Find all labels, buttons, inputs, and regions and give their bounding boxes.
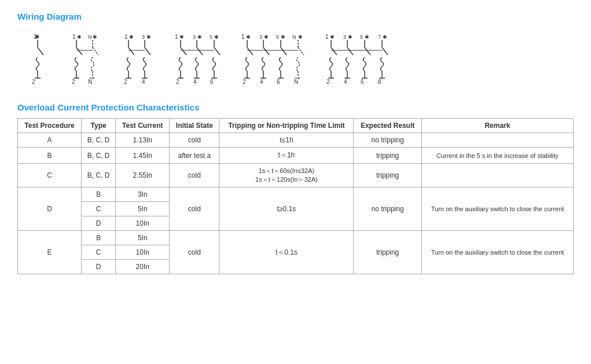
svg-text:N: N (88, 34, 92, 40)
cell-a-time: t≤1h (219, 133, 354, 148)
svg-text:1: 1 (175, 34, 178, 40)
cell-c-time: 1s＜t＜60s(In≤32A)1s＜t＜120s(In＞32A) (219, 164, 354, 187)
svg-text:✱: ✱ (179, 34, 184, 40)
svg-text:N: N (294, 79, 298, 85)
table-row-b: B B, C, D 1.45In after test a t＜1h tripp… (18, 148, 574, 164)
cell-d1-current: 3In (116, 187, 170, 202)
svg-text:N: N (292, 34, 296, 40)
svg-text:7: 7 (378, 34, 381, 40)
svg-text:2: 2 (72, 79, 75, 85)
cell-d-time: t≥0.1s (219, 187, 354, 231)
wiring-diagrams-container: 1 ✱ 2 1 ✱ N ✱ (17, 27, 574, 91)
svg-text:2: 2 (32, 79, 35, 85)
cell-b-time: t＜1h (219, 148, 354, 164)
svg-text:✱: ✱ (264, 34, 269, 40)
svg-text:4: 4 (142, 79, 145, 85)
diagram-1pn: 1 ✱ N ✱ 2 N (69, 33, 104, 85)
svg-text:3: 3 (343, 34, 346, 40)
cell-d2-current: 5In (116, 202, 170, 216)
svg-text:3: 3 (193, 34, 196, 40)
svg-text:✱: ✱ (383, 34, 387, 40)
svg-text:1: 1 (72, 34, 76, 40)
col-header-time: Tripping or Non-tripping Time Limit (219, 119, 354, 133)
svg-line-17 (93, 47, 98, 55)
col-header-initial: Initial State (170, 119, 219, 133)
cell-b-result: tripping (354, 148, 421, 164)
svg-line-27 (129, 47, 134, 55)
svg-text:6: 6 (361, 79, 364, 85)
svg-text:5: 5 (360, 34, 363, 40)
svg-line-32 (145, 47, 150, 55)
svg-text:✱: ✱ (146, 34, 151, 40)
svg-text:✱: ✱ (129, 34, 134, 40)
table-row-a: A B, C, D 1.13In cold t≤1h no tripping (18, 133, 574, 148)
svg-text:4: 4 (260, 79, 263, 85)
svg-text:✱: ✱ (214, 34, 219, 40)
col-header-procedure: Test Procedure (18, 119, 82, 133)
svg-text:✱: ✱ (77, 34, 82, 40)
svg-text:✱: ✱ (246, 34, 251, 40)
diagram-2p: 1 ✱ 3 ✱ 2 4 (122, 33, 156, 85)
cell-d3-current: 10In (116, 216, 170, 231)
characteristics-section: Overload Current Protection Characterist… (17, 102, 574, 274)
svg-text:5: 5 (276, 34, 279, 40)
table-row-e1: E B 5In cold t＜0.1s tripping Turn on the… (18, 231, 574, 245)
svg-text:✱: ✱ (35, 34, 39, 40)
cell-e-result: tripping (354, 231, 421, 274)
svg-text:✱: ✱ (330, 34, 335, 40)
diagram-1p: 1 ✱ 2 (29, 33, 52, 85)
cell-d-result: no tripping (354, 187, 421, 231)
svg-text:1: 1 (124, 34, 128, 40)
cell-e-remark: Turn on the auxiliary switch to close th… (421, 231, 573, 274)
cell-a-remark (421, 133, 573, 148)
diagram-3pn: 1 ✱ 3 ✱ 5 ✱ N ✱ 2 4 (240, 33, 307, 85)
diagram-3p: 1 ✱ 3 ✱ 5 ✱ 2 4 (174, 33, 223, 85)
svg-text:1: 1 (325, 34, 329, 40)
svg-line-3 (38, 47, 43, 55)
svg-line-83 (298, 47, 304, 55)
cell-e1-type: B (82, 231, 116, 245)
cell-b-type: B, C, D (82, 148, 116, 164)
col-header-result: Expected Result (354, 119, 421, 133)
cell-c-result: tripping (354, 164, 421, 187)
cell-a-current: 1.13In (116, 133, 170, 148)
cell-b-remark: Current in the 5 s in the increase of st… (421, 148, 573, 164)
cell-c-initial: cold (170, 164, 219, 187)
cell-c-remark (421, 164, 573, 187)
cell-b-initial: after test a (170, 148, 219, 164)
svg-line-12 (76, 47, 82, 55)
svg-line-112 (382, 47, 388, 55)
table-row-d1: D B 3In cold t≥0.1s no tripping Turn on … (18, 187, 574, 202)
svg-text:4: 4 (193, 79, 197, 85)
svg-text:✱: ✱ (365, 34, 369, 40)
wiring-title: Wiring Diagram (17, 12, 574, 21)
table-row-c: C B, C, D 2.55In cold 1s＜t＜60s(In≤32A)1s… (18, 164, 574, 187)
cell-b-current: 1.45In (116, 148, 170, 164)
cell-d-remark: Turn on the auxiliary switch to close th… (421, 187, 573, 231)
svg-text:4: 4 (344, 79, 347, 85)
svg-line-73 (263, 47, 269, 55)
cell-a-initial: cold (170, 133, 219, 148)
svg-text:2: 2 (124, 79, 127, 85)
cell-a-result: no tripping (354, 133, 421, 148)
svg-text:1: 1 (241, 34, 245, 40)
svg-text:✱: ✱ (197, 34, 202, 40)
cell-e-time: t＜0.1s (219, 231, 354, 274)
col-header-type: Type (82, 119, 116, 133)
svg-line-68 (247, 47, 253, 55)
svg-line-49 (197, 47, 203, 55)
cell-e2-type: C (82, 245, 116, 260)
cell-d3-type: D (82, 216, 116, 231)
cell-d-initial: cold (170, 187, 219, 231)
col-header-remark: Remark (421, 119, 573, 133)
diagram-4p: 1 ✱ 3 ✱ 5 ✱ 7 ✱ 2 4 (324, 33, 394, 85)
cell-e2-current: 10In (116, 245, 170, 260)
cell-e1-current: 5In (116, 231, 170, 245)
cell-d1-type: B (82, 187, 116, 202)
cell-e-initial: cold (170, 231, 219, 274)
cell-d2-type: C (82, 202, 116, 216)
cell-a-type: B, C, D (82, 133, 116, 148)
cell-e3-current: 20In (116, 260, 170, 274)
cell-c-current: 2.55In (116, 164, 170, 187)
cell-e-procedure: E (18, 231, 82, 274)
